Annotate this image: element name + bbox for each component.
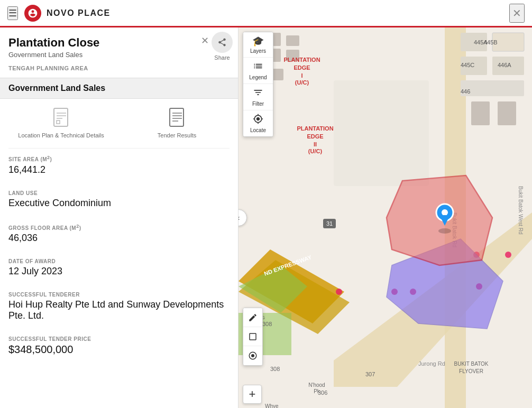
svg-text:PLANTATION: PLANTATION [297,125,333,132]
share-circle [212,32,233,53]
pencil-icon [248,313,258,322]
svg-text:Jurong Rd: Jurong Rd [418,360,445,367]
tender-results-button[interactable]: Tender Results [124,107,230,140]
filter-button[interactable]: Filter [243,84,273,110]
panel-title: Plantation Close [8,36,230,50]
date-of-award-section: DATE OF AWARD 12 July 2023 [0,252,238,285]
tender-results-label: Tender Results [158,132,196,140]
map-area[interactable]: 445A 445C 446A 446 445B PLANTATION EDGE … [239,27,532,408]
svg-rect-0 [54,108,68,126]
tender-price-section: SUCCESSFUL TENDER PRICE $348,500,000 [0,330,238,364]
location-plan-label: Location Plan & Technical Details [18,132,104,140]
svg-point-75 [442,209,448,216]
section-header: Government Land Sales [0,78,238,99]
svg-text:(U/C): (U/C) [295,79,309,86]
circle-draw-button[interactable] [243,346,262,365]
map-toolbar: 🎓 Layers Legend Filter Locate [243,32,273,137]
date-of-award-value: 12 July 2023 [8,266,230,277]
layers-icon: 🎓 [252,35,264,47]
svg-point-52 [336,289,342,295]
locate-label: Locate [250,127,266,133]
locate-button[interactable]: Locate [243,110,273,136]
polygon-icon [248,332,258,341]
map-svg: 445A 445C 446A 446 445B PLANTATION EDGE … [239,27,532,408]
svg-text:445B: 445B [484,39,498,45]
zoom-in-button[interactable]: + [243,385,262,404]
tender-price-value: $348,500,000 [8,344,230,356]
svg-text:Whye: Whye [265,403,279,408]
zoom-plus-icon: + [249,387,256,401]
panel-close-button[interactable]: ✕ [201,35,209,47]
share-icon [217,38,227,47]
svg-rect-30 [471,101,490,125]
land-use-label: LAND USE [8,190,230,196]
tender-price-label: SUCCESSFUL TENDER PRICE [8,336,230,342]
svg-text:31: 31 [326,220,333,227]
app-logo [24,5,41,22]
svg-text:EDGE: EDGE [293,64,310,71]
legend-icon [253,61,263,73]
svg-text:308: 308 [270,366,280,372]
svg-rect-31 [498,101,516,125]
site-area-section: SITE AREA (M2) 16,441.2 [0,149,238,183]
tenderer-value: Hoi Hup Realty Pte Ltd and Sunway Develo… [8,299,230,321]
panel-subtitle: Government Land Sales [8,51,230,59]
filter-label: Filter [252,101,264,107]
legend-label: Legend [249,75,267,80]
filter-icon [253,87,263,100]
svg-text:445C: 445C [461,62,474,68]
svg-text:I: I [301,72,302,79]
land-use-section: LAND USE Executive Condominium [0,184,238,217]
app-title: NOVO PLACE [47,8,509,18]
hamburger-menu-button[interactable]: ☰ [7,6,18,20]
gross-floor-area-value: 46,036 [8,233,230,244]
site-area-value: 16,441.2 [8,164,230,175]
svg-text:308: 308 [262,321,272,327]
svg-rect-19 [286,35,299,46]
site-area-label: SITE AREA (M2) [8,155,230,162]
legend-button[interactable]: Legend [243,58,273,84]
share-button[interactable]: Share [212,32,233,61]
pencil-draw-button[interactable] [243,308,262,327]
svg-text:Pk: Pk [314,388,320,394]
app-header: ☰ NOVO PLACE ✕ [0,0,532,27]
planning-area-label: TENGAH PLANNING AREA [0,63,238,78]
svg-text:(U/C): (U/C) [308,148,323,154]
draw-tools [243,308,263,366]
gross-floor-area-label: GROSS FLOOR AREA (M2) [8,224,230,231]
svg-point-55 [505,252,511,258]
svg-text:307: 307 [365,371,375,377]
tender-results-icon [168,107,187,129]
svg-text:BUKIT BATOK: BUKIT BATOK [454,361,488,367]
collapse-icon: ‹ [239,214,240,222]
date-of-award-label: DATE OF AWARD [8,258,230,264]
locate-icon [253,114,263,126]
svg-text:II: II [314,141,317,147]
document-buttons: Location Plan & Technical Details Tender… [0,99,238,148]
svg-text:PLANTATION: PLANTATION [283,57,320,63]
svg-text:446A: 446A [498,62,511,68]
svg-point-73 [438,228,451,234]
share-label: Share [214,54,230,61]
circle-icon [248,351,258,360]
tenderer-label: SUCCESSFUL TENDERER [8,292,230,298]
svg-text:N'hood: N'hood [308,382,325,388]
land-use-value: Executive Condominium [8,198,230,209]
svg-rect-5 [170,108,184,126]
svg-rect-37 [334,80,429,186]
polygon-draw-button[interactable] [243,327,262,346]
svg-text:FLYOVER: FLYOVER [459,368,483,374]
main-content: Plantation Close Government Land Sales ✕… [0,27,532,408]
info-panel: Plantation Close Government Land Sales ✕… [0,27,239,408]
location-plan-icon [52,107,71,129]
location-plan-button[interactable]: Location Plan & Technical Details [8,107,114,140]
svg-text:EDGE: EDGE [307,133,323,140]
logo-icon [27,8,38,18]
gross-floor-area-section: GROSS FLOOR AREA (M2) 46,036 [0,217,238,252]
svg-text:Bukit Batok West Rd: Bukit Batok West Rd [518,186,524,235]
layers-label: Layers [250,48,266,54]
svg-point-78 [251,354,254,357]
layers-button[interactable]: 🎓 Layers [243,32,273,58]
svg-text:446: 446 [461,88,470,95]
header-close-button[interactable]: ✕ [509,4,525,23]
